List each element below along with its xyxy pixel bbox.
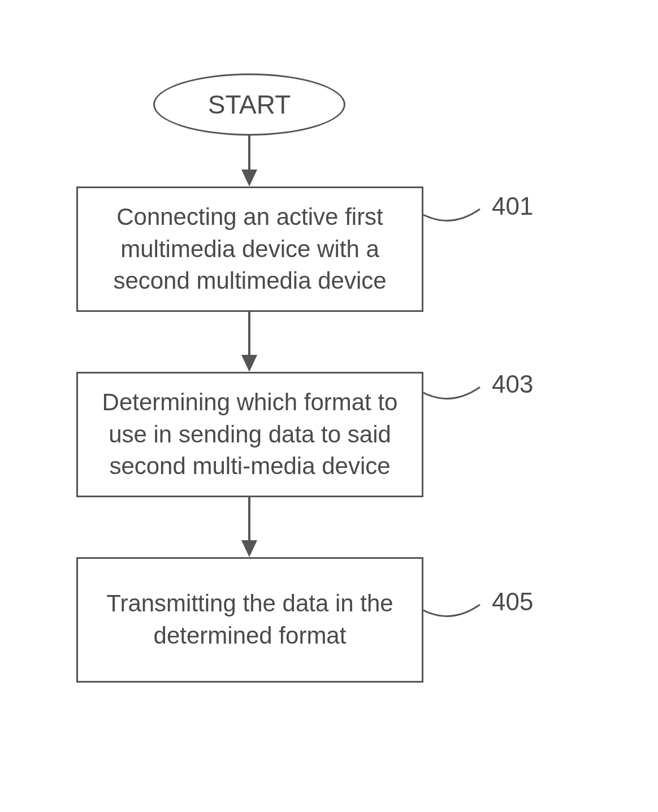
step-1-text: Connecting an active first multimedia de… [94, 201, 406, 297]
arrow-step1-to-step2 [237, 312, 261, 373]
step-2-box: Determining which format to use in sendi… [76, 372, 423, 497]
ref-label-405: 405 [492, 588, 533, 616]
step-1-box: Connecting an active first multimedia de… [76, 186, 423, 312]
start-node: START [153, 73, 345, 136]
svg-marker-5 [241, 540, 257, 557]
ref-label-403: 403 [492, 370, 533, 398]
svg-marker-3 [241, 355, 257, 372]
connector-ref-403 [423, 376, 486, 410]
flowchart-canvas: START Connecting an active first multime… [0, 0, 658, 812]
step-2-text: Determining which format to use in sendi… [94, 387, 406, 483]
step-3-box: Transmitting the data in the determined … [76, 557, 423, 683]
connector-ref-401 [423, 198, 486, 232]
arrow-step2-to-step3 [237, 497, 261, 558]
arrow-start-to-step1 [237, 136, 261, 188]
svg-marker-1 [241, 170, 257, 186]
connector-ref-405 [423, 593, 486, 627]
start-label: START [208, 89, 291, 120]
ref-label-401: 401 [492, 192, 533, 220]
step-3-text: Transmitting the data in the determined … [94, 588, 406, 652]
